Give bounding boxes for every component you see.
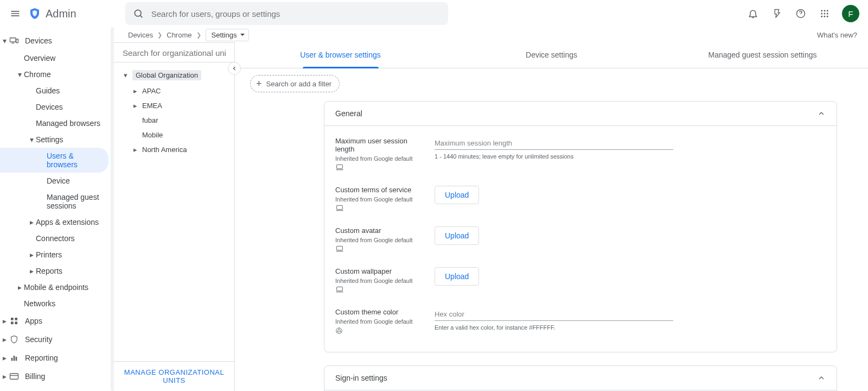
svg-point-9: [824, 16, 826, 17]
sidebar-item-reporting[interactable]: ▸Reporting: [0, 349, 114, 367]
menu-icon[interactable]: [9, 7, 22, 20]
sidebar-item-label: Security: [25, 335, 53, 344]
laptop-icon: [335, 164, 424, 171]
setting-title: Custom wallpaper: [335, 267, 424, 275]
caret-right-icon: ▸: [28, 219, 35, 225]
ou-search: [114, 43, 234, 62]
setting-title: Custom theme color: [335, 308, 424, 316]
sidebar-item-label: Overview: [24, 54, 55, 62]
sidebar-item-overview[interactable]: Overview: [0, 50, 114, 66]
ou-item-fubar[interactable]: fubar: [114, 113, 234, 128]
collapse-panel-button[interactable]: [228, 62, 241, 75]
svg-point-5: [821, 13, 822, 15]
sidebar-item-managed-guest-sessions[interactable]: Managed guest sessions: [0, 189, 114, 214]
signin-card-title: Sign-in settings: [335, 374, 387, 382]
breadcrumb-link-devices[interactable]: Devices: [128, 31, 153, 39]
wallpaper-upload-button[interactable]: Upload: [435, 267, 479, 286]
plus-icon: +: [256, 79, 262, 89]
setting-left: Custom theme color Inherited from Google…: [335, 308, 424, 335]
sidebar-item-connectors[interactable]: Connectors: [0, 230, 114, 247]
sidebar-item-apps[interactable]: ▸Apps: [0, 312, 114, 330]
caret-down-icon: ▾: [1, 37, 8, 44]
sidebar-item-mobile-endpoints[interactable]: ▸Mobile & endpoints: [0, 279, 114, 295]
setting-title: Maximum user session length: [335, 137, 424, 153]
user-avatar[interactable]: F: [842, 5, 859, 22]
manage-ou-button[interactable]: MANAGE ORGANIZATIONAL UNITS: [114, 361, 234, 391]
ou-item-label: APAC: [142, 87, 161, 95]
ou-item-mobile[interactable]: Mobile: [114, 128, 234, 142]
sidebar-item-chrome[interactable]: ▾Chrome: [0, 66, 114, 83]
sidebar-item-security[interactable]: ▸Security: [0, 330, 114, 349]
svg-rect-21: [337, 165, 343, 168]
avatar-upload-button[interactable]: Upload: [435, 226, 479, 245]
caret-right-icon: ▸: [28, 251, 35, 258]
signin-card-header[interactable]: Sign-in settings: [324, 366, 837, 390]
sidebar-item-billing[interactable]: ▸Billing: [0, 367, 114, 386]
tab-user-browser[interactable]: User & browser settings: [235, 42, 446, 68]
apps-launcher-icon[interactable]: [818, 7, 831, 20]
sidebar-item-label: Managed browsers: [36, 119, 100, 128]
setting-title: Custom avatar: [335, 226, 424, 235]
ou-search-input[interactable]: [123, 48, 226, 58]
sidebar-item-label: Chrome: [24, 70, 51, 79]
setting-left: Custom terms of service Inherited from G…: [335, 186, 424, 211]
ou-item-label: fubar: [142, 116, 158, 124]
tab-managed-guest[interactable]: Managed guest session settings: [657, 42, 868, 68]
sidebar-item-label: Connectors: [36, 234, 75, 243]
admin-logo[interactable]: Admin: [28, 7, 76, 20]
svg-rect-19: [16, 357, 17, 361]
admin-logo-icon: [28, 7, 41, 20]
svg-point-3: [824, 10, 826, 11]
sidebar-item-devices[interactable]: ▾Devices: [0, 31, 114, 50]
sidebar-item-apps-extensions[interactable]: ▸Apps & extensions: [0, 214, 114, 230]
devices-icon: [9, 35, 20, 46]
tab-device-settings[interactable]: Device settings: [446, 42, 657, 68]
general-card-header[interactable]: General: [324, 102, 837, 126]
ou-item-label: EMEA: [142, 102, 162, 110]
setting-inherit: Inherited from Google default: [335, 318, 424, 325]
ou-item-emea[interactable]: ▸EMEA: [114, 98, 234, 113]
tos-upload-button[interactable]: Upload: [435, 186, 479, 204]
sidebar-item-label: Devices: [25, 36, 52, 45]
breadcrumb-current[interactable]: Settings: [206, 29, 250, 41]
sidebar-item-users-browsers[interactable]: Users & browsers: [0, 148, 108, 173]
tasks-icon[interactable]: [770, 7, 783, 20]
sidebar-item-devices[interactable]: Devices: [0, 99, 114, 115]
max-session-input[interactable]: [435, 137, 673, 150]
notifications-icon[interactable]: [746, 7, 760, 20]
caret-down-icon: ▾: [120, 71, 130, 79]
global-search[interactable]: [125, 2, 448, 25]
sidebar-item-guides[interactable]: Guides: [0, 83, 114, 99]
breadcrumb-link-chrome[interactable]: Chrome: [167, 31, 192, 39]
ou-item-north-america[interactable]: ▸North America: [114, 142, 234, 157]
setting-inherit: Inherited from Google default: [335, 278, 424, 284]
ou-item-label: Mobile: [142, 131, 163, 139]
setting-custom-tos: Custom terms of service Inherited from G…: [324, 178, 837, 219]
caret-right-icon: ▸: [28, 268, 35, 274]
sidebar-item-printers[interactable]: ▸Printers: [0, 247, 114, 263]
sidebar-item-label: Reporting: [25, 354, 58, 362]
sidebar-item-label: Users & browsers: [47, 152, 104, 169]
help-icon[interactable]: [794, 7, 807, 20]
search-input[interactable]: [151, 9, 441, 18]
add-filter-chip[interactable]: + Search or add a filter: [250, 75, 340, 92]
setting-right: 1 - 1440 minutes; leave empty for unlimi…: [435, 137, 826, 160]
setting-inherit: Inherited from Google default: [335, 155, 424, 162]
sidebar-item-managed-browsers[interactable]: Managed browsers: [0, 115, 114, 131]
ou-item-global-organization[interactable]: ▾Global Organization: [114, 67, 234, 84]
setting-right: Upload: [435, 267, 826, 286]
sidebar-item-reports[interactable]: ▸Reports: [0, 263, 114, 279]
sidebar-item-label: Guides: [36, 86, 60, 95]
ou-panel: ▾Global Organization▸APAC▸EMEAfubarMobil…: [114, 42, 235, 391]
sidebar-item-networks[interactable]: Networks: [0, 295, 114, 312]
admin-title: Admin: [46, 8, 76, 20]
caret-right-icon: ▸: [1, 318, 8, 324]
sidebar-item-label: Billing: [25, 372, 45, 381]
svg-point-4: [827, 10, 828, 11]
sidebar-item-settings[interactable]: ▾Settings: [0, 131, 114, 148]
ou-item-apac[interactable]: ▸APAC: [114, 84, 234, 98]
sidebar-item-label: Devices: [36, 103, 63, 111]
theme-color-input[interactable]: [435, 308, 673, 321]
sidebar-item-device[interactable]: Device: [0, 173, 114, 189]
whats-new-link[interactable]: What's new?: [817, 31, 857, 39]
